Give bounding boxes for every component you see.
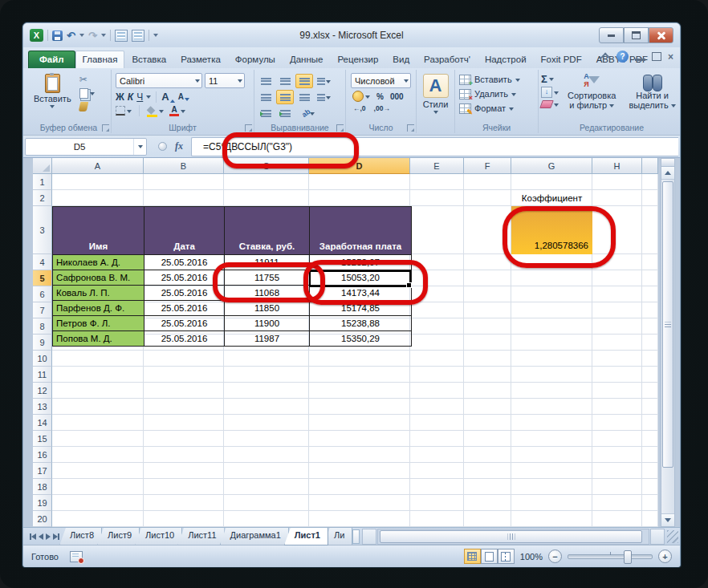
name-box[interactable]: D5 bbox=[25, 138, 147, 156]
table-cell[interactable]: Коваль Л. П. bbox=[53, 286, 144, 301]
table-cell[interactable]: 14173,44 bbox=[310, 286, 412, 301]
zoom-out-button[interactable]: − bbox=[548, 549, 562, 563]
increase-decimal-button[interactable]: ←,0 bbox=[353, 104, 366, 112]
row-header-5[interactable]: 5 bbox=[33, 270, 52, 286]
workbook-close-icon[interactable]: × bbox=[668, 52, 673, 62]
decrease-decimal-button[interactable]: ,00→ bbox=[374, 104, 390, 112]
formula-bar-button[interactable] bbox=[158, 142, 167, 151]
insert-cells-button[interactable]: + Вставить bbox=[458, 72, 535, 87]
align-top-button[interactable] bbox=[257, 74, 275, 88]
ribbon-tab-данные[interactable]: Данные bbox=[283, 51, 331, 68]
macro-record-icon[interactable] bbox=[70, 551, 83, 562]
row-header-14[interactable]: 14 bbox=[33, 415, 52, 431]
row-header-11[interactable]: 11 bbox=[33, 367, 52, 383]
vertical-scrollbar[interactable] bbox=[661, 158, 675, 527]
row-header-13[interactable]: 13 bbox=[33, 399, 52, 415]
ribbon-tab-разметка[interactable]: Разметка bbox=[173, 51, 228, 68]
clear-button[interactable] bbox=[541, 100, 559, 108]
column-header-A[interactable]: A bbox=[52, 158, 144, 174]
font-size-combo[interactable]: 11 bbox=[205, 73, 245, 88]
table-cell[interactable]: 11987 bbox=[225, 331, 310, 347]
underline-button[interactable]: Ч bbox=[136, 91, 143, 103]
select-all-corner[interactable] bbox=[33, 158, 52, 174]
cut-button[interactable]: ✂ bbox=[79, 74, 95, 85]
prev-sheet-button[interactable] bbox=[39, 533, 43, 540]
shrink-font-button[interactable]: А bbox=[178, 92, 189, 101]
table-cell[interactable]: 25.05.2016 bbox=[144, 331, 225, 347]
bold-button[interactable]: Ж bbox=[116, 91, 124, 103]
sheet-tab-диаграмма1[interactable]: Диаграмма1 bbox=[220, 528, 289, 545]
align-center-button[interactable] bbox=[276, 90, 294, 104]
active-cell-selection[interactable] bbox=[309, 270, 411, 287]
table-cell[interactable]: 25.05.2016 bbox=[144, 286, 225, 301]
row-header-16[interactable]: 16 bbox=[33, 447, 52, 463]
table-cell[interactable]: 11900 bbox=[225, 316, 310, 331]
row-header-17[interactable]: 17 bbox=[33, 463, 52, 479]
next-sheet-button[interactable] bbox=[46, 533, 51, 540]
row-header-20[interactable]: 20 bbox=[33, 511, 52, 527]
styles-button[interactable]: Стили bbox=[419, 99, 452, 109]
column-header-B[interactable]: B bbox=[144, 158, 224, 174]
grow-font-button[interactable]: А bbox=[161, 91, 174, 103]
table-cell[interactable]: 15252,97 bbox=[310, 255, 412, 270]
zoom-in-button[interactable]: + bbox=[658, 549, 672, 563]
column-header-partial[interactable] bbox=[642, 158, 658, 174]
row-header-3[interactable]: 3 bbox=[33, 206, 52, 254]
page-break-view-button[interactable] bbox=[498, 549, 515, 564]
insert-function-icon[interactable]: fx bbox=[175, 140, 183, 152]
table-cell[interactable]: 11911 bbox=[225, 255, 310, 270]
zoom-slider-thumb[interactable] bbox=[624, 550, 632, 564]
table-cell[interactable]: 15174,85 bbox=[310, 301, 412, 316]
table-cell[interactable]: Попова М. Д. bbox=[53, 331, 144, 347]
paste-button[interactable]: Вставить bbox=[29, 72, 76, 112]
row-header-19[interactable]: 19 bbox=[33, 495, 52, 511]
fill-color-button[interactable] bbox=[147, 107, 164, 115]
sheet-tab-лист9[interactable]: Лист9 bbox=[97, 528, 140, 545]
table-cell[interactable]: 25.05.2016 bbox=[144, 301, 225, 316]
restore-button[interactable] bbox=[624, 27, 649, 43]
row-header-4[interactable]: 4 bbox=[33, 254, 52, 270]
ribbon-tab-надстрой[interactable]: Надстрой bbox=[478, 51, 534, 68]
zoom-level[interactable]: 100% bbox=[520, 552, 543, 562]
cell-styles-icon[interactable]: А bbox=[423, 74, 449, 98]
table-cell[interactable]: Сафронова В. М. bbox=[53, 270, 144, 286]
sheet-tab-лист11[interactable]: Лист11 bbox=[177, 528, 224, 545]
row-header-1[interactable]: 1 bbox=[33, 174, 52, 190]
table-header-cell[interactable]: Заработная плата bbox=[310, 207, 412, 255]
dialog-launcher-icon[interactable] bbox=[336, 124, 344, 132]
last-sheet-button[interactable] bbox=[53, 533, 59, 540]
font-family-combo[interactable]: Calibri bbox=[116, 73, 202, 88]
ribbon-tab-главная[interactable]: Главная bbox=[75, 51, 125, 68]
comma-style-button[interactable]: 000 bbox=[390, 92, 404, 101]
borders-button[interactable] bbox=[116, 106, 132, 116]
scroll-up-button[interactable] bbox=[661, 167, 674, 180]
name-box-dropdown[interactable] bbox=[133, 139, 146, 155]
split-handle[interactable] bbox=[661, 159, 674, 167]
align-left-button[interactable] bbox=[257, 90, 275, 104]
close-button[interactable] bbox=[649, 27, 673, 43]
align-right-button[interactable] bbox=[295, 90, 313, 104]
help-icon[interactable]: ? bbox=[616, 51, 629, 63]
ribbon-tab-вид[interactable]: Вид bbox=[385, 51, 417, 68]
column-header-H[interactable]: H bbox=[592, 158, 642, 174]
normal-view-button[interactable] bbox=[464, 549, 481, 564]
column-header-C[interactable]: C bbox=[224, 158, 309, 174]
horizontal-scrollbar[interactable] bbox=[377, 529, 649, 545]
font-color-button[interactable]: А bbox=[169, 106, 185, 116]
table-cell[interactable]: 11850 bbox=[225, 301, 310, 316]
page-layout-view-button[interactable] bbox=[481, 549, 498, 564]
first-sheet-button[interactable] bbox=[30, 533, 36, 540]
sheet-grid[interactable]: ABCDEFGH 1234567891011121314151617181920… bbox=[33, 158, 658, 527]
row-header-8[interactable]: 8 bbox=[33, 318, 52, 335]
sort-filter-button[interactable]: А Я Сортировка и фильтр bbox=[564, 72, 620, 111]
orientation-button[interactable]: ab bbox=[295, 106, 321, 120]
row-header-12[interactable]: 12 bbox=[33, 383, 52, 399]
dialog-launcher-icon[interactable] bbox=[407, 124, 414, 132]
table-header-cell[interactable]: Имя bbox=[53, 207, 144, 255]
row-header-10[interactable]: 10 bbox=[33, 351, 52, 367]
ribbon-tab-foxit-pdf[interactable]: Foxit PDF bbox=[534, 51, 589, 68]
hscroll-thumb[interactable] bbox=[380, 530, 642, 543]
percent-style-button[interactable]: % bbox=[376, 92, 384, 101]
italic-button[interactable]: К bbox=[128, 91, 133, 103]
column-header-D[interactable]: D bbox=[309, 158, 410, 174]
